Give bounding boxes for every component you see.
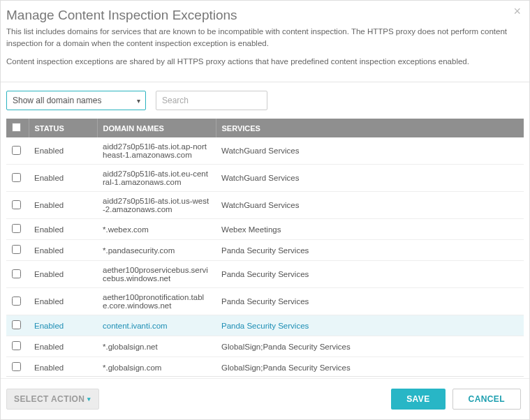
table-row[interactable]: Enabled*.globalsign.comGlobalSign;Panda …	[6, 357, 524, 377]
row-checkbox-cell	[6, 137, 29, 165]
row-services: GlobalSign;Panda Security Services	[216, 336, 524, 357]
row-services: Panda Security Services	[216, 240, 524, 261]
row-status: Enabled	[29, 137, 97, 165]
save-button[interactable]: SAVE	[391, 389, 445, 410]
caret-down-icon: ▾	[87, 396, 91, 403]
select-action-button[interactable]: SELECT ACTION ▾	[6, 389, 99, 410]
table-wrap: STATUS DOMAIN NAMES SERVICES Enabledaidd…	[1, 119, 529, 378]
cancel-button[interactable]: CANCEL	[452, 389, 521, 410]
description-1: This list includes domains for services …	[6, 26, 518, 49]
row-checkbox-cell	[6, 357, 29, 377]
table-row[interactable]: Enabledcontent.ivanti.comPanda Security …	[6, 315, 524, 336]
row-checkbox[interactable]	[12, 224, 21, 233]
row-status: Enabled	[29, 288, 97, 315]
close-icon[interactable]: ×	[513, 5, 521, 17]
row-checkbox[interactable]	[12, 341, 21, 350]
table-row[interactable]: Enabledaidd27s0p51l6-ats.iot.eu-central-…	[6, 165, 524, 192]
page-title: Manage Content Inspection Exceptions	[6, 8, 518, 23]
description-2: Content inspection exceptions are shared…	[6, 56, 518, 68]
row-domain: aidd27s0p51l6-ats.iot.eu-central-1.amazo…	[97, 165, 216, 192]
row-services: Panda Security Services	[216, 261, 524, 288]
select-all-checkbox[interactable]	[12, 123, 21, 132]
row-checkbox[interactable]	[12, 297, 21, 306]
table-row[interactable]: Enabled*.pandasecurity.comPanda Security…	[6, 240, 524, 261]
row-checkbox-cell	[6, 192, 29, 219]
table-row[interactable]: Enabled*.webex.comWebex Meetings	[6, 219, 524, 240]
controls-bar: ▾	[1, 82, 529, 119]
row-checkbox-cell	[6, 219, 29, 240]
row-domain: *.globalsign.com	[97, 357, 216, 377]
row-checkbox[interactable]	[12, 362, 21, 371]
row-status: Enabled	[29, 261, 97, 288]
row-checkbox-cell	[6, 315, 29, 336]
select-action-label: SELECT ACTION	[14, 394, 84, 404]
row-checkbox-cell	[6, 336, 29, 357]
row-domain: aidd27s0p51l6-ats.iot.ap-northeast-1.ama…	[97, 137, 216, 165]
table-row[interactable]: Enabledaether100pronotification.table.co…	[6, 288, 524, 315]
exceptions-table: STATUS DOMAIN NAMES SERVICES Enabledaidd…	[6, 119, 524, 377]
row-checkbox[interactable]	[12, 146, 21, 155]
header-domain[interactable]: DOMAIN NAMES	[97, 119, 216, 137]
search-input[interactable]	[156, 91, 267, 110]
row-checkbox[interactable]	[12, 200, 21, 209]
row-domain: *.globalsign.net	[97, 336, 216, 357]
row-services: WatchGuard Services	[216, 137, 524, 165]
row-status: Enabled	[29, 192, 97, 219]
row-status: Enabled	[29, 315, 97, 336]
row-domain: *.webex.com	[97, 219, 216, 240]
row-status: Enabled	[29, 165, 97, 192]
table-row[interactable]: Enabled*.globalsign.netGlobalSign;Panda …	[6, 336, 524, 357]
row-domain: aidd27s0p51l6-ats.iot.us-west-2.amazonaw…	[97, 192, 216, 219]
row-status: Enabled	[29, 357, 97, 377]
row-services: Webex Meetings	[216, 219, 524, 240]
table-row[interactable]: Enabledaidd27s0p51l6-ats.iot.us-west-2.a…	[6, 192, 524, 219]
row-checkbox-cell	[6, 240, 29, 261]
header-services[interactable]: SERVICES	[216, 119, 524, 137]
row-domain: aether100pronotification.table.core.wind…	[97, 288, 216, 315]
row-services: Panda Security Services	[216, 288, 524, 315]
header-checkbox-cell	[6, 119, 29, 137]
table-row[interactable]: Enabledaether100proservicebus.servicebus…	[6, 261, 524, 288]
header-status[interactable]: STATUS	[29, 119, 97, 137]
row-checkbox[interactable]	[12, 269, 21, 278]
row-domain: aether100proservicebus.servicebus.window…	[97, 261, 216, 288]
table-scroll[interactable]: STATUS DOMAIN NAMES SERVICES Enabledaidd…	[6, 119, 524, 377]
row-checkbox[interactable]	[12, 245, 21, 254]
row-domain: content.ivanti.com	[97, 315, 216, 336]
row-services: GlobalSign;Panda Security Services	[216, 357, 524, 377]
dialog: × Manage Content Inspection Exceptions T…	[1, 1, 529, 419]
row-checkbox-cell	[6, 165, 29, 192]
row-checkbox[interactable]	[12, 320, 21, 329]
row-services: Panda Security Services	[216, 315, 524, 336]
row-status: Enabled	[29, 219, 97, 240]
row-checkbox-cell	[6, 288, 29, 315]
row-status: Enabled	[29, 336, 97, 357]
row-checkbox[interactable]	[12, 173, 21, 182]
filter-select[interactable]	[6, 91, 146, 110]
filter-select-wrap: ▾	[6, 91, 146, 110]
row-checkbox-cell	[6, 261, 29, 288]
row-status: Enabled	[29, 240, 97, 261]
table-row[interactable]: Enabledaidd27s0p51l6-ats.iot.ap-northeas…	[6, 137, 524, 165]
dialog-footer: SELECT ACTION ▾ SAVE CANCEL	[1, 378, 529, 419]
dialog-header: × Manage Content Inspection Exceptions T…	[1, 1, 529, 82]
row-domain: *.pandasecurity.com	[97, 240, 216, 261]
row-services: WatchGuard Services	[216, 165, 524, 192]
row-services: WatchGuard Services	[216, 192, 524, 219]
